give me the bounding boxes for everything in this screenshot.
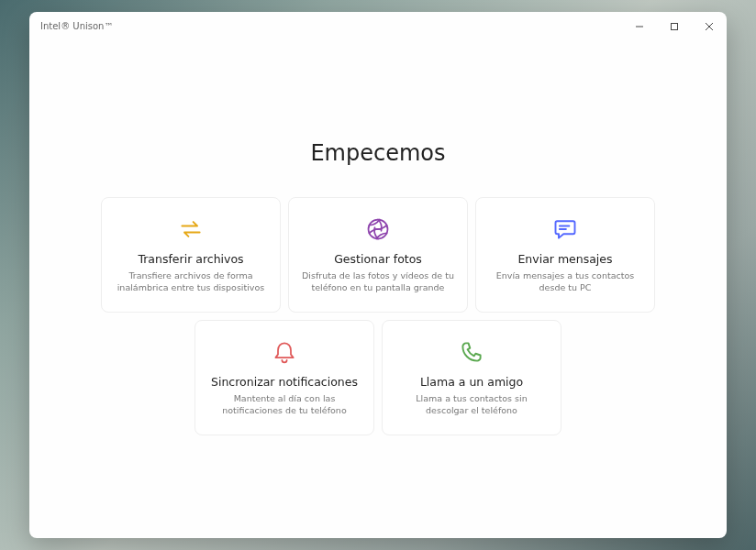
card-title: Sincronizar notificaciones: [211, 375, 358, 389]
card-title: Gestionar fotos: [334, 252, 422, 266]
card-transfer-files[interactable]: Transferir archivos Transfiere archivos …: [101, 197, 281, 313]
card-desc: Transfiere archivos de forma inalámbrica…: [115, 270, 267, 294]
window-controls: [622, 12, 727, 39]
close-icon: [705, 17, 714, 35]
card-desc: Envía mensajes a tus contactos desde tu …: [489, 270, 641, 294]
titlebar: Intel® Unison™: [29, 12, 727, 39]
card-desc: Llama a tus contactos sin descolgar el t…: [395, 393, 548, 417]
card-title: Llama a un amigo: [420, 375, 523, 389]
page-title: Empecemos: [310, 140, 445, 166]
card-row: Sincronizar notificaciones Mantente al d…: [195, 320, 561, 435]
card-title: Enviar mensajes: [517, 252, 612, 266]
minimize-button[interactable]: [622, 12, 657, 39]
content-area: Empecemos Transferir archivos Transfiere…: [29, 39, 727, 538]
card-manage-photos[interactable]: Gestionar fotos Disfruta de las fotos y …: [288, 197, 468, 313]
card-title: Transferir archivos: [138, 252, 243, 266]
bell-icon: [271, 338, 298, 366]
maximize-icon: [670, 17, 679, 35]
minimize-icon: [635, 17, 644, 35]
card-desc: Disfruta de las fotos y vídeos de tu tel…: [302, 270, 454, 294]
feature-grid: Transferir archivos Transfiere archivos …: [101, 197, 655, 435]
app-window: Intel® Unison™ Empecemos: [29, 12, 727, 538]
card-call-friend[interactable]: Llama a un amigo Llama a tus contactos s…: [382, 320, 561, 435]
svg-rect-1: [672, 23, 678, 29]
aperture-icon: [364, 215, 392, 243]
window-title: Intel® Unison™: [40, 21, 622, 31]
maximize-button[interactable]: [657, 12, 692, 39]
message-icon: [551, 215, 579, 243]
card-sync-notifications[interactable]: Sincronizar notificaciones Mantente al d…: [195, 320, 374, 435]
card-send-messages[interactable]: Enviar mensajes Envía mensajes a tus con…: [475, 197, 655, 313]
phone-icon: [458, 338, 485, 366]
close-button[interactable]: [692, 12, 727, 39]
card-row: Transferir archivos Transfiere archivos …: [101, 197, 655, 313]
card-desc: Mantente al día con las notificaciones d…: [208, 393, 361, 417]
transfer-icon: [177, 215, 205, 243]
